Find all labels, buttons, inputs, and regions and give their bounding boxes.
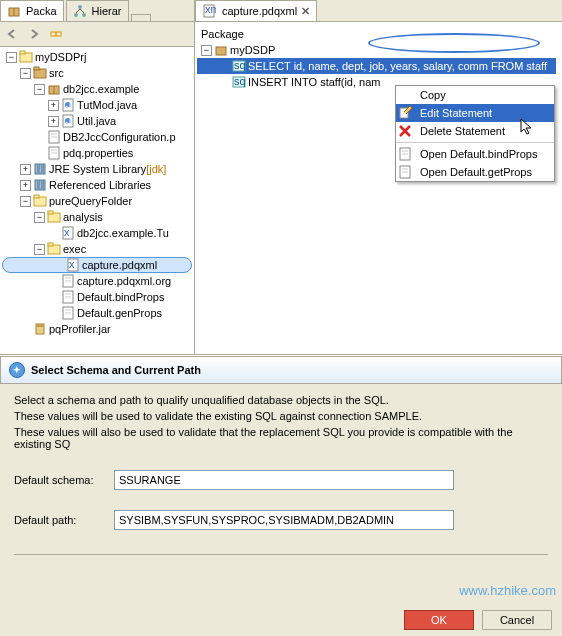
svg-rect-10 bbox=[34, 67, 39, 70]
svg-rect-28 bbox=[35, 180, 38, 190]
svg-point-4 bbox=[82, 13, 86, 17]
svg-rect-34 bbox=[48, 211, 53, 214]
tree-item-label: pqProfiler.jar bbox=[49, 323, 111, 335]
svg-text:J: J bbox=[66, 98, 72, 110]
expander-icon[interactable]: − bbox=[34, 212, 45, 223]
explorer-toolbar bbox=[0, 22, 194, 47]
back-button[interactable] bbox=[3, 25, 21, 43]
tab-label: Packa bbox=[26, 5, 57, 17]
menu-item[interactable]: Delete Statement bbox=[396, 122, 554, 140]
sql-tree[interactable]: −myDSDPsqlSELECT id, name, dept, job, ye… bbox=[201, 42, 556, 90]
tab-package-explorer[interactable]: Packa bbox=[0, 0, 64, 21]
tree-item-label: JRE System Library bbox=[49, 163, 146, 175]
project-icon bbox=[19, 50, 33, 64]
link-button[interactable] bbox=[47, 25, 65, 43]
tree-item[interactable]: −db2jcc.example bbox=[2, 81, 192, 97]
tab-hierarchy[interactable]: Hierar bbox=[66, 0, 129, 21]
menu-separator bbox=[396, 142, 554, 143]
svg-rect-51 bbox=[36, 324, 44, 327]
dialog-divider bbox=[14, 554, 548, 555]
tree-item[interactable]: Default.bindProps bbox=[2, 289, 192, 305]
tree-item[interactable]: DB2JccConfiguration.p bbox=[2, 129, 192, 145]
sql-icon: sql bbox=[232, 59, 246, 73]
ok-button[interactable]: OK bbox=[404, 610, 474, 630]
menu-item-label: Edit Statement bbox=[420, 107, 492, 119]
package-icon bbox=[47, 82, 61, 96]
expander-icon[interactable]: + bbox=[20, 164, 31, 175]
sql-row[interactable]: −myDSDP bbox=[201, 42, 556, 58]
java-icon: J bbox=[61, 114, 75, 128]
folder-icon bbox=[47, 210, 61, 224]
pkg-icon bbox=[214, 43, 228, 57]
menu-item-label: Copy bbox=[420, 89, 446, 101]
tree-item[interactable]: pqProfiler.jar bbox=[2, 321, 192, 337]
tree-item-decor: [jdk] bbox=[146, 163, 166, 175]
cancel-button[interactable]: Cancel bbox=[482, 610, 552, 630]
expander-icon[interactable]: − bbox=[6, 52, 17, 63]
path-input[interactable] bbox=[114, 510, 454, 530]
expander-icon[interactable]: + bbox=[48, 116, 59, 127]
svg-point-3 bbox=[74, 13, 78, 17]
tree-item[interactable]: +Referenced Libraries bbox=[2, 177, 192, 193]
tree-item[interactable]: −src bbox=[2, 65, 192, 81]
back-icon bbox=[6, 28, 18, 40]
expander-icon[interactable]: − bbox=[34, 244, 45, 255]
tree-item-label: db2jcc.example bbox=[63, 83, 139, 95]
edit-icon bbox=[398, 106, 412, 120]
menu-item[interactable]: Copy bbox=[396, 86, 554, 104]
tree-item[interactable]: +JUtil.java bbox=[2, 113, 192, 129]
library-icon bbox=[33, 178, 47, 192]
svg-rect-26 bbox=[39, 164, 42, 174]
expander-icon[interactable]: − bbox=[20, 196, 31, 207]
close-icon[interactable]: ✕ bbox=[301, 5, 310, 18]
tree-item-label: analysis bbox=[63, 211, 103, 223]
tree-item[interactable]: −exec bbox=[2, 241, 192, 257]
tree-item[interactable]: −analysis bbox=[2, 209, 192, 225]
file-icon bbox=[61, 306, 75, 320]
expander-icon[interactable]: − bbox=[201, 45, 212, 56]
editor-tab-capture[interactable]: xml capture.pdqxml ✕ bbox=[195, 0, 317, 21]
svg-text:sql: sql bbox=[234, 75, 246, 87]
tab-blank[interactable] bbox=[131, 14, 151, 21]
menu-item[interactable]: Open Default.bindProps bbox=[396, 145, 554, 163]
file-icon bbox=[47, 146, 61, 160]
menu-item[interactable]: Edit Statement bbox=[396, 104, 554, 122]
svg-rect-27 bbox=[43, 164, 45, 174]
tree-item[interactable]: xdb2jcc.example.Tu bbox=[2, 225, 192, 241]
forward-button[interactable] bbox=[25, 25, 43, 43]
svg-text:xml: xml bbox=[205, 4, 216, 15]
tree-item[interactable]: capture.pdqxml.org bbox=[2, 273, 192, 289]
jar-icon bbox=[33, 322, 47, 336]
menu-item-label: Delete Statement bbox=[420, 125, 505, 137]
file-icon bbox=[398, 165, 412, 179]
project-tree[interactable]: −myDSDPrj−src−db2jcc.example+JTutMod.jav… bbox=[0, 47, 194, 354]
tree-item-label: TutMod.java bbox=[77, 99, 137, 111]
sql-row[interactable]: sqlSELECT id, name, dept, job, years, sa… bbox=[197, 58, 556, 74]
folder-icon bbox=[33, 194, 47, 208]
folder-icon bbox=[47, 242, 61, 256]
java-icon: J bbox=[61, 98, 75, 112]
dialog-desc-1: Select a schema and path to qualify unqu… bbox=[14, 394, 548, 406]
menu-item[interactable]: Open Default.getProps bbox=[396, 163, 554, 181]
tree-item-label: Util.java bbox=[77, 115, 116, 127]
dialog-title-text: Select Schema and Current Path bbox=[31, 364, 201, 376]
expander-icon[interactable]: + bbox=[48, 100, 59, 111]
schema-input[interactable] bbox=[114, 470, 454, 490]
dialog-buttons: OK Cancel bbox=[404, 610, 552, 630]
expander-icon[interactable]: + bbox=[20, 180, 31, 191]
tree-item[interactable]: pdq.properties bbox=[2, 145, 192, 161]
tree-item[interactable]: xcapture.pdqxml bbox=[2, 257, 192, 273]
tree-item[interactable]: +JTutMod.java bbox=[2, 97, 192, 113]
tree-item[interactable]: −pureQueryFolder bbox=[2, 193, 192, 209]
expander-icon[interactable]: − bbox=[34, 84, 45, 95]
svg-text:x: x bbox=[69, 258, 75, 270]
menu-item-label: Open Default.bindProps bbox=[420, 148, 537, 160]
dialog-desc-2: These values will be used to validate th… bbox=[14, 410, 548, 422]
sql-icon: sql bbox=[232, 75, 246, 89]
package-header: Package bbox=[201, 28, 556, 40]
expander-icon[interactable]: − bbox=[20, 68, 31, 79]
tree-item[interactable]: Default.genProps bbox=[2, 305, 192, 321]
tree-item[interactable]: −myDSDPrj bbox=[2, 49, 192, 65]
sql-text: SELECT id, name, dept, job, years, salar… bbox=[248, 60, 547, 72]
tree-item[interactable]: +JRE System Library [jdk] bbox=[2, 161, 192, 177]
